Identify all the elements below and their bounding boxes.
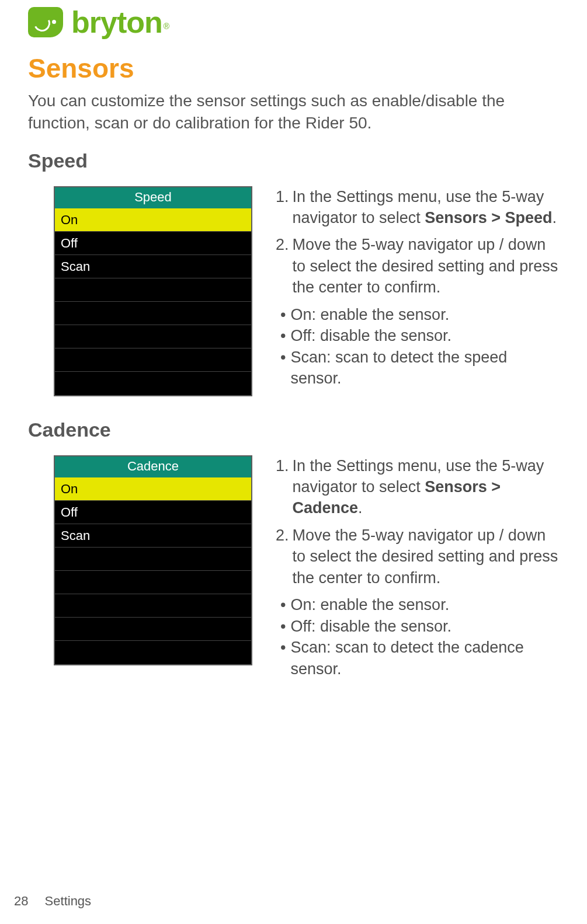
cadence-row-empty	[55, 618, 251, 641]
page-number: 28	[14, 894, 28, 908]
cadence-heading: Cadence	[28, 419, 559, 441]
brand-name: bryton	[71, 5, 162, 39]
cadence-bullet-scan: •Scan: scan to detect the cadence sensor…	[280, 637, 559, 679]
cadence-bullet-off: •Off: disable the sensor.	[280, 616, 559, 637]
bryton-logo-icon	[28, 7, 63, 37]
page-intro: You can customize the sensor settings su…	[28, 90, 548, 134]
speed-step-1: 1. In the Settings menu, use the 5-way n…	[276, 186, 559, 229]
page-footer: 28 Settings	[14, 894, 91, 909]
cadence-bullet-on: •On: enable the sensor.	[280, 594, 559, 615]
speed-step-2: 2. Move the 5-way navigator up / down to…	[276, 234, 559, 298]
speed-row-empty	[55, 372, 251, 395]
speed-row-scan[interactable]: Scan	[55, 255, 251, 278]
speed-row-empty	[55, 325, 251, 348]
speed-row-off[interactable]: Off	[55, 232, 251, 255]
speed-device-title: Speed	[55, 187, 251, 208]
speed-row-empty	[55, 302, 251, 325]
cadence-step2-text: Move the 5-way navigator up / down to se…	[293, 525, 559, 588]
cadence-row-empty	[55, 641, 251, 664]
speed-bullet-off: •Off: disable the sensor.	[280, 325, 559, 346]
registered-mark: ®	[164, 22, 169, 31]
cadence-step1-pre: In the Settings menu, use the 5-way navi…	[293, 457, 544, 496]
speed-device-screenshot: Speed On Off Scan	[54, 186, 252, 396]
cadence-step-1: 1. In the Settings menu, use the 5-way n…	[276, 455, 559, 519]
speed-step1-post: .	[553, 209, 557, 226]
cadence-step1-post: .	[358, 499, 363, 517]
speed-bullet-scan: •Scan: scan to detect the speed sensor.	[280, 347, 559, 389]
cadence-step-2: 2. Move the 5-way navigator up / down to…	[276, 525, 559, 588]
speed-row-empty	[55, 278, 251, 302]
speed-bullet-on: •On: enable the sensor.	[280, 304, 559, 325]
speed-row-on[interactable]: On	[55, 208, 251, 232]
footer-section: Settings	[45, 894, 92, 908]
brand-logo: bryton®	[28, 5, 559, 40]
cadence-row-scan[interactable]: Scan	[55, 524, 251, 548]
page-title: Sensors	[28, 53, 559, 84]
cadence-row-off[interactable]: Off	[55, 501, 251, 524]
speed-step2-text: Move the 5-way navigator up / down to se…	[293, 234, 559, 298]
cadence-device-title: Cadence	[55, 456, 251, 477]
cadence-device-screenshot: Cadence On Off Scan	[54, 455, 252, 665]
speed-row-empty	[55, 348, 251, 372]
cadence-row-empty	[55, 571, 251, 594]
cadence-row-empty	[55, 548, 251, 571]
speed-step1-path: Sensors > Speed	[425, 209, 552, 226]
cadence-row-on[interactable]: On	[55, 477, 251, 501]
speed-heading: Speed	[28, 149, 559, 172]
cadence-row-empty	[55, 594, 251, 618]
